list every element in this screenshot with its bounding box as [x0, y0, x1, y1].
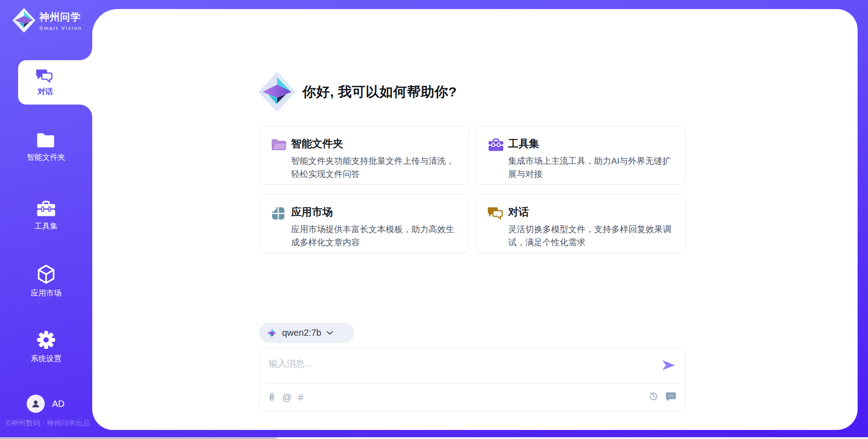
- app-window: 你好, 我可以如何帮助你? 智能文件夹 智能文件夹功能支持批量文件上传与清洗，轻…: [0, 0, 868, 439]
- tab-fillet-bottom: [80, 105, 92, 117]
- tab-fillet-top: [80, 48, 92, 60]
- chat-icon: [36, 68, 54, 84]
- greeting-text: 你好, 我可以如何帮助你?: [302, 83, 457, 101]
- card-title: 工具集: [508, 137, 676, 151]
- main-content-panel: 你好, 我可以如何帮助你? 智能文件夹 智能文件夹功能支持批量文件上传与清洗，轻…: [92, 9, 858, 430]
- diamond-logo-icon: [258, 72, 296, 112]
- card-description: 智能文件夹功能支持批量文件上传与清洗，轻松实现文件问答: [291, 155, 461, 181]
- sidebar-item-label: 工具集: [0, 221, 92, 231]
- sidebar-item-folders[interactable]: 智能文件夹: [0, 132, 92, 162]
- diamond-logo-icon: [12, 8, 36, 33]
- brand-name: 神州问学: [39, 10, 82, 24]
- folder-icon: [36, 132, 56, 148]
- model-name: qwen2:7b: [282, 328, 321, 338]
- horizontal-scrollbar-track: [0, 437, 868, 439]
- message-input[interactable]: [269, 354, 648, 372]
- card-chat[interactable]: 对话 灵活切换多模型文件，支持多样回复效果调试，满足个性化需求: [476, 194, 686, 253]
- chevron-down-icon: [326, 331, 333, 335]
- card-description: 应用市场提供丰富长文本模板，助力高效生成多样化文章内容: [291, 223, 461, 249]
- sidebar-item-label: 对话: [38, 86, 53, 97]
- avatar: [27, 395, 45, 413]
- history-icon[interactable]: [648, 391, 658, 401]
- feature-cards: 智能文件夹 智能文件夹功能支持批量文件上传与清洗，轻松实现文件问答 工具集 集成…: [259, 126, 686, 253]
- card-description: 灵活切换多模型文件，支持多样回复效果调试，满足个性化需求: [508, 223, 678, 249]
- composer-divider: [265, 383, 680, 384]
- hash-icon[interactable]: #: [298, 392, 303, 402]
- copyright-text: ©神州数码 · 神州问学出品: [6, 419, 90, 428]
- greeting-block: 你好, 我可以如何帮助你?: [258, 72, 457, 112]
- market-cube-icon: [271, 206, 286, 221]
- sidebar-item-chat[interactable]: 对话: [18, 60, 92, 105]
- sidebar-item-label: 系统设置: [0, 353, 92, 364]
- message-composer: @ #: [259, 348, 686, 411]
- sidebar-item-label: 应用市场: [0, 288, 92, 298]
- card-description: 集成市场上主流工具，助力AI与外界无缝扩展与对接: [508, 155, 678, 181]
- model-selector[interactable]: qwen2:7b: [259, 323, 354, 343]
- card-title: 应用市场: [291, 205, 459, 219]
- card-title: 智能文件夹: [291, 137, 459, 151]
- toolbox-icon: [36, 200, 56, 217]
- toolbox-icon: [488, 138, 504, 152]
- sidebar-item-tools[interactable]: 工具集: [0, 200, 92, 231]
- open-folder-icon: [271, 138, 287, 152]
- chat-icon: [488, 206, 505, 220]
- user-initials: AD: [52, 399, 65, 409]
- at-icon[interactable]: @: [282, 392, 292, 402]
- composer-right-tools: [648, 391, 676, 401]
- comment-icon[interactable]: [665, 391, 676, 401]
- card-toolset[interactable]: 工具集 集成市场上主流工具，助力AI与外界无缝扩展与对接: [476, 126, 686, 185]
- card-app-market[interactable]: 应用市场 应用市场提供丰富长文本模板，助力高效生成多样化文章内容: [259, 194, 469, 253]
- paperclip-icon[interactable]: [268, 391, 276, 402]
- gear-icon: [36, 330, 56, 350]
- diamond-logo-icon: [266, 327, 277, 339]
- sidebar: 神州问学 Smart Vision 对话 智能文件夹: [0, 0, 92, 439]
- person-icon: [30, 398, 41, 409]
- card-smart-folder[interactable]: 智能文件夹 智能文件夹功能支持批量文件上传与清洗，轻松实现文件问答: [259, 126, 469, 185]
- brand-logo: 神州问学 Smart Vision: [12, 8, 82, 33]
- sidebar-item-label: 智能文件夹: [0, 152, 92, 162]
- sidebar-item-apps[interactable]: 应用市场: [0, 264, 92, 298]
- composer-left-tools: @ #: [268, 391, 303, 402]
- card-title: 对话: [508, 205, 676, 219]
- cube-icon: [37, 264, 56, 284]
- sidebar-item-settings[interactable]: 系统设置: [0, 330, 92, 364]
- horizontal-scrollbar-thumb[interactable]: [0, 437, 277, 439]
- user-profile[interactable]: AD: [27, 395, 65, 413]
- send-button[interactable]: [662, 360, 675, 372]
- brand-subtitle: Smart Vision: [39, 25, 82, 31]
- send-icon: [662, 360, 675, 371]
